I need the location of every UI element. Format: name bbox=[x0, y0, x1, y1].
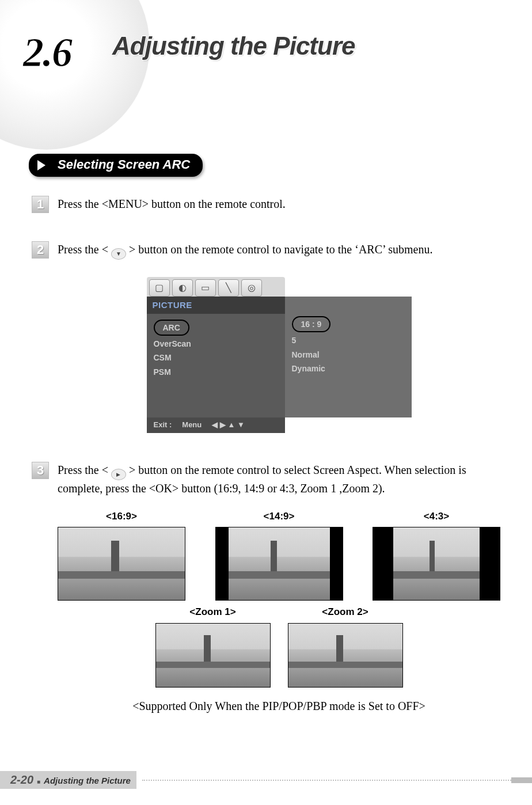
footer-title: Adjusting the Picture bbox=[44, 776, 131, 785]
aspect-14-9-label: <14:9> bbox=[215, 510, 343, 524]
aspect-zoom1-label: <Zoom 1> bbox=[155, 605, 271, 620]
volume-right-icon bbox=[111, 469, 126, 480]
step-2-text-b: > button on the remote control to naviga… bbox=[129, 243, 432, 256]
aspect-zoom1-preview bbox=[155, 623, 271, 688]
osd-tab-channel-icon: ◎ bbox=[241, 279, 262, 297]
aspect-zoom1: <Zoom 1> bbox=[155, 605, 271, 688]
aspect-row-1: <16:9> <14:9> <4:3> bbox=[58, 510, 500, 601]
osd-tab-screen-icon: ▭ bbox=[195, 279, 216, 297]
osd-value-psm: Dynamic bbox=[292, 362, 405, 375]
aspect-16-9-label: <16:9> bbox=[58, 510, 185, 524]
aspect-zoom2: <Zoom 2> bbox=[288, 605, 403, 688]
step-number-2: 2 bbox=[32, 241, 49, 259]
osd-item-arc: ARC bbox=[154, 320, 189, 336]
step-1: 1 Press the <MENU> button on the remote … bbox=[32, 196, 500, 212]
osd-footer-arrows: ◀ ▶ ▲ ▼ bbox=[212, 420, 245, 431]
footer-dots bbox=[142, 780, 511, 781]
footer-page-number: 2-20 bbox=[10, 773, 33, 787]
osd-tab-setup-icon: ╲ bbox=[218, 279, 239, 297]
aspect-16-9-preview bbox=[58, 527, 185, 601]
aspect-row-2: <Zoom 1> <Zoom 2> bbox=[58, 605, 500, 688]
osd-tab-bar: ▢ ◐ ▭ ╲ ◎ bbox=[147, 277, 285, 297]
osd-value-csm: Normal bbox=[292, 348, 405, 362]
osd-item-psm: PSM bbox=[154, 365, 278, 379]
aspect-zoom2-label: <Zoom 2> bbox=[288, 605, 403, 620]
aspect-14-9: <14:9> bbox=[215, 510, 343, 601]
footer-bullet-icon: ■ bbox=[37, 779, 40, 785]
page-title: Adjusting the Picture bbox=[112, 32, 355, 60]
decorative-arc bbox=[0, 0, 150, 150]
step-2-text-a: Press the < bbox=[58, 243, 111, 256]
osd-footer-menu: Menu bbox=[182, 420, 202, 431]
aspect-14-9-preview bbox=[215, 527, 343, 601]
section-number: 2.6 bbox=[23, 29, 71, 77]
step-number-1: 1 bbox=[32, 196, 49, 213]
channel-down-icon bbox=[111, 248, 126, 260]
osd-right-spacer bbox=[285, 297, 412, 310]
osd-tab-picture-icon: ▢ bbox=[149, 279, 170, 297]
step-1-text: Press the <MENU> button on the remote co… bbox=[58, 198, 286, 210]
osd-heading: PICTURE bbox=[147, 297, 285, 314]
page-footer: 2-20 ■ Adjusting the Picture bbox=[0, 771, 532, 789]
footer-endbar bbox=[511, 777, 532, 783]
aspect-16-9: <16:9> bbox=[58, 510, 185, 601]
osd-value-arc: 16 : 9 bbox=[292, 316, 331, 332]
osd-item-csm: CSM bbox=[154, 351, 278, 364]
subheading-selecting-screen-arc: Selecting Screen ARC bbox=[29, 154, 203, 177]
osd-footer-exit: Exit : bbox=[154, 420, 172, 431]
step-3: 3 Press the < > button on the remote con… bbox=[32, 462, 500, 715]
osd-item-overscan: OverScan bbox=[154, 337, 278, 351]
step-2: 2 Press the < > button on the remote con… bbox=[32, 241, 500, 433]
aspect-4-3: <4:3> bbox=[373, 510, 500, 601]
support-note: <Supported Only When the PIP/POP/PBP mod… bbox=[58, 698, 500, 715]
osd-tab-sound-icon: ◐ bbox=[172, 279, 193, 297]
step-3-text-a: Press the < bbox=[58, 464, 111, 476]
step-number-3: 3 bbox=[32, 462, 49, 479]
aspect-zoom2-preview bbox=[288, 623, 403, 688]
aspect-4-3-label: <4:3> bbox=[373, 510, 500, 524]
osd-menu: ▢ ◐ ▭ ╲ ◎ PICTURE ARC OverScan CSM PSM bbox=[147, 277, 412, 433]
aspect-4-3-preview bbox=[373, 527, 500, 601]
osd-footer: Exit : Menu ◀ ▶ ▲ ▼ bbox=[147, 417, 285, 433]
osd-value-overscan: 5 bbox=[292, 333, 405, 347]
